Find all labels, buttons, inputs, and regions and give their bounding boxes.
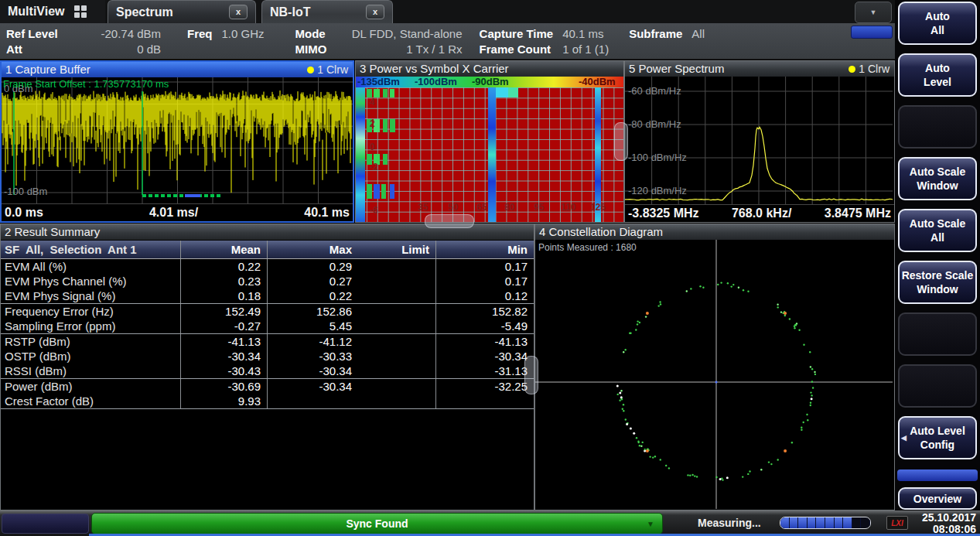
heatmap-x-tick: 65 [476, 202, 487, 213]
softkey-label: Config [920, 438, 954, 452]
table-row: RSTP (dBm)-41.13-41.12-41.13 [1, 333, 534, 349]
mode-label: Mode [295, 26, 327, 41]
softkey-auto-level[interactable]: AutoLevel [898, 53, 977, 97]
tab-nbiot[interactable]: NB-IoT x [261, 0, 393, 23]
progress-segment [861, 517, 870, 528]
tab-overflow-button[interactable]: ▼ [855, 2, 892, 23]
multiview-grid-icon [74, 5, 87, 18]
softkey-label: Overview [913, 492, 961, 506]
splitter-handle-vertical[interactable] [524, 356, 538, 394]
softkey-label: All [930, 230, 944, 244]
softkey-label: Window [917, 179, 958, 193]
row-value: 0.22 [268, 288, 358, 303]
window-title-text: 1 Capture Buffer [5, 63, 90, 76]
softkey-restore-scale-window[interactable]: Restore ScaleWindow [898, 261, 977, 304]
tab-spectrum[interactable]: Spectrum x [108, 0, 256, 23]
tab-bar: MultiView Spectrum x NB-IoT x ▼ [0, 0, 895, 23]
measuring-progress-bar [780, 517, 871, 529]
window-title-text: 2 Result Summary [5, 225, 100, 238]
y-tick-label: -100 dBm/Hz [628, 152, 687, 163]
heatmap-power-block [508, 87, 518, 97]
row-value: -0.27 [181, 319, 268, 333]
heatmap-y-tick: -2 [370, 162, 378, 172]
heatmap-colorbar: -135dBm-100dBm-90dBm-40dBm [356, 77, 623, 87]
sidebar-scroll-indicator [897, 469, 978, 481]
row-label: Sampling Error (ppm) [1, 319, 181, 333]
sync-dropdown-caret[interactable]: ▼ [647, 520, 654, 528]
header-more-button[interactable] [851, 26, 893, 39]
softkey-overview[interactable]: Overview [898, 487, 977, 510]
row-value: -30.69 [181, 379, 268, 394]
heatmap-y-tick: 0 [370, 142, 375, 152]
softkey-auto-scale-all[interactable]: Auto ScaleAll [898, 209, 977, 252]
x-stop: 40.1 ms [304, 206, 350, 220]
close-icon[interactable]: x [229, 5, 248, 19]
heatmap-carrier-stripe [356, 87, 365, 222]
softkey-sidebar: AutoAllAutoLevelAuto ScaleWindowAuto Sca… [895, 0, 980, 510]
row-value [358, 259, 436, 274]
softkey-label: Auto [925, 9, 950, 23]
progress-segment [843, 517, 852, 528]
softkey-auto-level-config[interactable]: ◀Auto LevelConfig [898, 416, 977, 459]
x-stop: 3.8475 MHz [825, 207, 891, 220]
row-value [358, 319, 436, 333]
softkey-label: Auto Scale [910, 165, 965, 179]
window-title-text: 5 Power Spectrum [629, 62, 724, 75]
heatmap-power-block [383, 119, 388, 132]
window-title-capture-buffer[interactable]: 1 Capture Buffer 1 Clrw [2, 62, 353, 77]
row-value [358, 288, 436, 303]
row-value: -30.34 [181, 349, 268, 364]
progress-segment [816, 517, 825, 528]
mimo-value: 1 Tx / 1 Rx [336, 42, 462, 56]
row-value: 0.22 [181, 259, 268, 274]
power-spectrum-plot: -60 dBm/Hz-80 dBm/Hz-100 dBm/Hz-120 dBm/… [625, 77, 894, 204]
row-value [358, 274, 436, 288]
softkey-auto-all[interactable]: AutoAll [898, 2, 977, 45]
splitter-handle-horizontal[interactable] [425, 214, 474, 228]
close-icon[interactable]: x [366, 5, 384, 19]
selection-header: SF All, Selection Ant 1 [1, 241, 181, 258]
table-row: RSSI (dBm)-30.43-30.34-31.13 [1, 364, 534, 378]
progress-segment [798, 517, 808, 528]
power-spectrum-x-axis: -3.8325 MHz 768.0 kHz/ 3.8475 MHz [625, 204, 894, 222]
splitter-handle-vertical[interactable] [614, 122, 628, 161]
softkey-auto-scale-window[interactable]: Auto ScaleWindow [898, 157, 977, 200]
date-time: 25.10.2017 08:08:06 [922, 512, 976, 535]
analyzer-screen: MultiView Spectrum x NB-IoT x ▼ Ref Leve… [0, 0, 980, 536]
col-limit: Limit [358, 241, 436, 258]
tab-multiview[interactable]: MultiView [0, 0, 105, 23]
softkey-label: Auto [925, 61, 950, 75]
progress-segment [780, 517, 790, 528]
heatmap-power-block [383, 154, 388, 165]
x-per-div: 768.0 kHz/ [732, 207, 791, 220]
window-title-text: 3 Power vs Symbol X Carrier [360, 62, 509, 75]
colorbar-label: -135dBm [357, 77, 400, 87]
frame-count-label: Frame Count [480, 42, 554, 56]
x-start: -3.8325 MHz [628, 207, 699, 220]
frame-count-value: 1 of 1 (1) [562, 42, 609, 56]
sync-status-button[interactable]: Sync Found ▼ [91, 513, 663, 534]
table-row: Frequency Error (Hz)152.49152.86152.82 [1, 303, 534, 319]
chevron-down-icon: ▼ [870, 9, 877, 16]
window-result-summary: 2 Result Summary SF All, Selection Ant 1… [0, 224, 534, 510]
window-title-constellation[interactable]: 4 Constellation Diagram [535, 224, 894, 240]
heatmap-power-block [367, 184, 372, 199]
heatmap-power-block [374, 184, 380, 199]
col-max: Max [268, 241, 358, 258]
capture-time-label: Capture Time [480, 26, 554, 41]
window-title-power-spectrum[interactable]: 5 Power Spectrum 1 Clrw [625, 61, 894, 77]
softkey-label: Restore Scale [902, 268, 974, 282]
window-title-power-vs-symbol[interactable]: 3 Power vs Symbol X Carrier [356, 61, 623, 77]
heatmap-x-tick: 95 [534, 202, 544, 213]
row-label: EVM All (%) [1, 259, 181, 274]
tab-spectrum-label: Spectrum [116, 5, 173, 19]
softkey-label: Level [924, 75, 951, 89]
y-floor-label: -100 dBm [4, 186, 47, 197]
heatmap-power-block [390, 89, 394, 97]
row-value [358, 379, 436, 394]
table-row: Sampling Error (ppm)-0.275.45-5.49 [1, 319, 534, 333]
frame-start-offset-annotation: Frame Start Offset : 1.735773170 ms [3, 78, 169, 90]
table-row: EVM Phys Signal (%)0.180.220.12 [1, 288, 534, 303]
row-value: 0.23 [181, 274, 268, 288]
row-value [358, 334, 436, 349]
